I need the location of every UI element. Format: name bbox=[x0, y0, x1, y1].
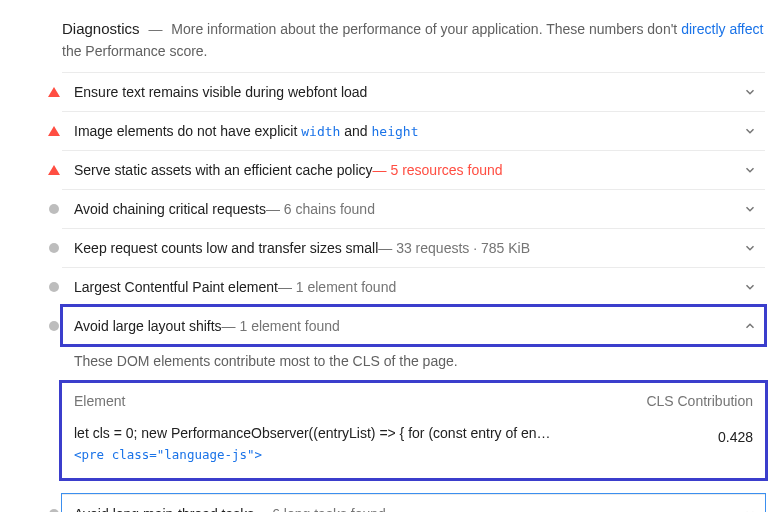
audit-title: Avoid large layout shifts bbox=[74, 318, 222, 334]
audit-title: Keep request counts low and transfer siz… bbox=[74, 240, 378, 256]
section-title: Diagnostics bbox=[62, 20, 140, 37]
audit-main-thread-tasks[interactable]: Avoid long main-thread tasks — 6 long ta… bbox=[62, 494, 765, 512]
audit-title: Largest Contentful Paint element bbox=[74, 279, 278, 295]
audit-request-counts[interactable]: Keep request counts low and transfer siz… bbox=[62, 228, 765, 267]
audit-title: Image elements do not have explicit widt… bbox=[74, 123, 419, 139]
chevron-down-icon bbox=[743, 280, 757, 294]
chevron-down-icon bbox=[743, 241, 757, 255]
audit-suffix: — 1 element found bbox=[278, 279, 396, 295]
audit-suffix: — 6 long tasks found bbox=[254, 506, 386, 512]
chevron-down-icon bbox=[743, 85, 757, 99]
chevron-down-icon bbox=[743, 507, 757, 512]
audit-image-dimensions[interactable]: Image elements do not have explicit widt… bbox=[62, 111, 765, 150]
audit-suffix: — 5 resources found bbox=[373, 162, 503, 178]
cls-item-text: let cls = 0; new PerformanceObserver((en… bbox=[74, 423, 653, 465]
neutral-dot-icon bbox=[42, 243, 66, 253]
chevron-down-icon bbox=[743, 202, 757, 216]
col-cls: CLS Contribution bbox=[646, 393, 753, 409]
audit-title: Ensure text remains visible during webfo… bbox=[74, 84, 367, 100]
audit-cache-policy[interactable]: Serve static assets with an efficient ca… bbox=[62, 150, 765, 189]
cls-item-row: let cls = 0; new PerformanceObserver((en… bbox=[72, 419, 755, 469]
audit-layout-shifts[interactable]: Avoid large layout shifts — 1 element fo… bbox=[62, 306, 765, 345]
audit-webfont-load[interactable]: Ensure text remains visible during webfo… bbox=[62, 72, 765, 111]
audit-critical-chains[interactable]: Avoid chaining critical requests — 6 cha… bbox=[62, 189, 765, 228]
neutral-dot-icon bbox=[42, 321, 66, 331]
cls-details-panel: Element CLS Contribution let cls = 0; ne… bbox=[62, 383, 765, 479]
audit-title: Serve static assets with an efficient ca… bbox=[74, 162, 373, 178]
audit-lcp-element[interactable]: Largest Contentful Paint element — 1 ele… bbox=[62, 267, 765, 306]
warning-triangle-icon bbox=[42, 165, 66, 175]
warning-triangle-icon bbox=[42, 87, 66, 97]
audit-suffix: — 1 element found bbox=[222, 318, 340, 334]
neutral-dot-icon bbox=[42, 204, 66, 214]
audit-title: Avoid long main-thread tasks bbox=[74, 506, 254, 512]
warning-triangle-icon bbox=[42, 126, 66, 136]
expanded-description: These DOM elements contribute most to th… bbox=[62, 345, 765, 383]
dash: — bbox=[148, 21, 162, 37]
chevron-down-icon bbox=[743, 124, 757, 138]
section-desc: More information about the performance o… bbox=[62, 21, 763, 59]
panel-header: Element CLS Contribution bbox=[72, 387, 755, 419]
audit-suffix: — 6 chains found bbox=[266, 201, 375, 217]
neutral-dot-icon bbox=[42, 282, 66, 292]
code-height: height bbox=[372, 124, 419, 139]
cls-item-code: <pre class="language-js"> bbox=[74, 446, 653, 465]
diagnostics-header: Diagnostics — More information about the… bbox=[62, 18, 765, 62]
cls-item-value: 0.428 bbox=[653, 423, 753, 445]
chevron-down-icon bbox=[743, 163, 757, 177]
chevron-up-icon bbox=[743, 319, 757, 333]
code-width: width bbox=[301, 124, 340, 139]
audit-suffix: — 33 requests · 785 KiB bbox=[378, 240, 530, 256]
directly-affect-link[interactable]: directly affect bbox=[681, 21, 763, 37]
audit-title: Avoid chaining critical requests bbox=[74, 201, 266, 217]
col-element: Element bbox=[74, 393, 125, 409]
